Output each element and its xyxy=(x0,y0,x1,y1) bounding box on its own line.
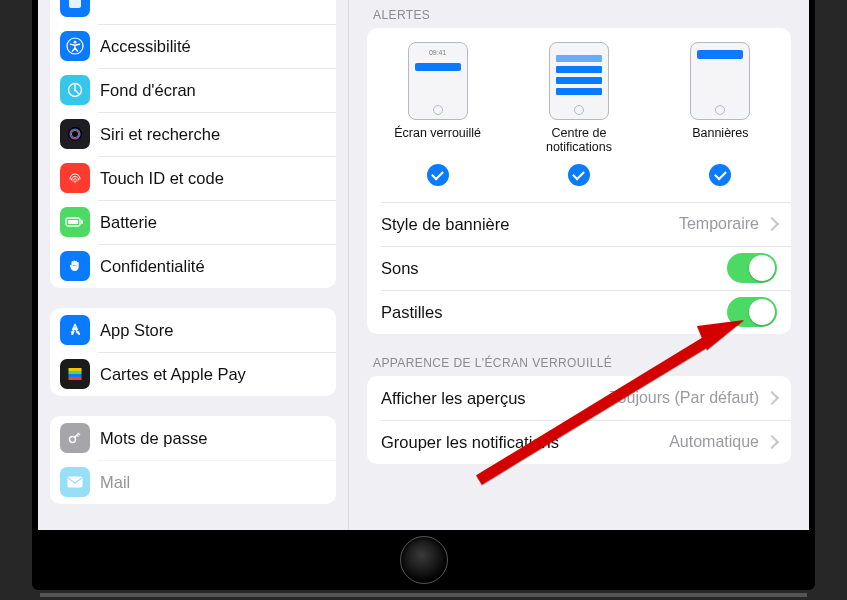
sidebar-item-label: Confidentialité xyxy=(100,257,205,276)
svg-rect-13 xyxy=(69,368,82,371)
hand-icon xyxy=(60,251,90,281)
wallet-icon xyxy=(60,359,90,389)
sidebar-group-general: Accessibilité Fond d'écran Siri et reche… xyxy=(50,0,336,288)
alert-type-notification-center[interactable]: Centre de notifications xyxy=(519,42,639,186)
alert-type-label: Bannières xyxy=(692,126,748,156)
wallpaper-icon xyxy=(60,75,90,105)
battery-icon xyxy=(60,207,90,237)
generic-icon xyxy=(60,0,90,17)
banner-style-row[interactable]: Style de bannière Temporaire xyxy=(367,202,791,246)
sidebar-item-battery[interactable]: Batterie xyxy=(50,200,336,244)
home-button[interactable] xyxy=(400,536,448,584)
sidebar-item-label: Cartes et Apple Pay xyxy=(100,365,246,384)
sidebar-item-label: Mots de passe xyxy=(100,429,207,448)
sidebar-item-label: Mail xyxy=(100,473,130,492)
svg-point-2 xyxy=(74,41,77,44)
alert-types-row: 09:41 Écran verrouillé xyxy=(367,28,791,190)
svg-rect-14 xyxy=(69,371,82,374)
alert-type-label: Écran verrouillé xyxy=(394,126,481,156)
setting-label: Afficher les aperçus xyxy=(381,389,526,408)
chevron-right-icon xyxy=(767,389,777,407)
sidebar-item-label: Batterie xyxy=(100,213,157,232)
setting-label: Grouper les notifications xyxy=(381,433,559,452)
checkmark-icon xyxy=(568,164,590,186)
accessibility-icon xyxy=(60,31,90,61)
lockscreen-time: 09:41 xyxy=(409,49,467,56)
appstore-icon xyxy=(60,315,90,345)
sidebar-item-touchid[interactable]: Touch ID et code xyxy=(50,156,336,200)
alert-type-banners[interactable]: Bannières xyxy=(660,42,780,186)
alert-type-lockscreen[interactable]: 09:41 Écran verrouillé xyxy=(378,42,498,186)
badges-toggle[interactable] xyxy=(727,297,777,327)
sidebar-item-unknown[interactable] xyxy=(50,0,336,24)
alert-type-label: Centre de notifications xyxy=(519,126,639,156)
sidebar-item-label: Siri et recherche xyxy=(100,125,220,144)
svg-rect-16 xyxy=(69,377,82,380)
notification-center-preview-icon xyxy=(549,42,609,120)
svg-rect-10 xyxy=(68,220,78,224)
sidebar-group-store: App Store Cartes et Apple Pay xyxy=(50,308,336,396)
key-icon xyxy=(60,423,90,453)
lockscreen-card: Afficher les aperçus Toujours (Par défau… xyxy=(367,376,791,464)
show-previews-row[interactable]: Afficher les aperçus Toujours (Par défau… xyxy=(367,376,791,420)
sidebar-group-accounts: Mots de passe Mail xyxy=(50,416,336,504)
checkmark-icon xyxy=(427,164,449,186)
fingerprint-icon xyxy=(60,163,90,193)
svg-rect-11 xyxy=(81,220,83,224)
sidebar-item-wallpaper[interactable]: Fond d'écran xyxy=(50,68,336,112)
sidebar-item-wallet[interactable]: Cartes et Apple Pay xyxy=(50,352,336,396)
checkmark-icon xyxy=(709,164,731,186)
lockscreen-preview-icon: 09:41 xyxy=(408,42,468,120)
setting-label: Sons xyxy=(381,259,419,278)
sidebar-item-passwords[interactable]: Mots de passe xyxy=(50,416,336,460)
mail-icon xyxy=(60,467,90,497)
notification-grouping-row[interactable]: Grouper les notifications Automatique xyxy=(367,420,791,464)
svg-point-4 xyxy=(74,89,76,91)
svg-rect-15 xyxy=(69,374,82,377)
setting-label: Style de bannière xyxy=(381,215,509,234)
sounds-toggle[interactable] xyxy=(727,253,777,283)
setting-value: Temporaire xyxy=(679,215,759,233)
sidebar-item-accessibility[interactable]: Accessibilité xyxy=(50,24,336,68)
setting-label: Pastilles xyxy=(381,303,442,322)
sidebar-item-mail[interactable]: Mail xyxy=(50,460,336,504)
notifications-detail-pane: ALERTES 09:41 Écran verrouillé xyxy=(348,0,809,530)
sidebar-item-label: Fond d'écran xyxy=(100,81,196,100)
badges-row[interactable]: Pastilles xyxy=(367,290,791,334)
setting-value: Toujours (Par défaut) xyxy=(610,389,759,407)
setting-value: Automatique xyxy=(669,433,759,451)
settings-sidebar: Accessibilité Fond d'écran Siri et reche… xyxy=(38,0,348,530)
device-bezel-bottom xyxy=(32,530,815,590)
siri-icon xyxy=(60,119,90,149)
chevron-right-icon xyxy=(767,215,777,233)
banners-preview-icon xyxy=(690,42,750,120)
svg-rect-0 xyxy=(69,0,81,8)
sidebar-item-label: Touch ID et code xyxy=(100,169,224,188)
alerts-section-header: ALERTES xyxy=(373,8,785,22)
sounds-row[interactable]: Sons xyxy=(367,246,791,290)
lockscreen-section-header: APPARENCE DE L'ÉCRAN VERROUILLÉ xyxy=(373,356,785,370)
chevron-right-icon xyxy=(767,433,777,451)
sidebar-item-siri[interactable]: Siri et recherche xyxy=(50,112,336,156)
sidebar-item-label: App Store xyxy=(100,321,173,340)
svg-rect-18 xyxy=(68,477,83,488)
sidebar-item-appstore[interactable]: App Store xyxy=(50,308,336,352)
alerts-card: 09:41 Écran verrouillé xyxy=(367,28,791,334)
sidebar-item-label: Accessibilité xyxy=(100,37,191,56)
sidebar-item-privacy[interactable]: Confidentialité xyxy=(50,244,336,288)
